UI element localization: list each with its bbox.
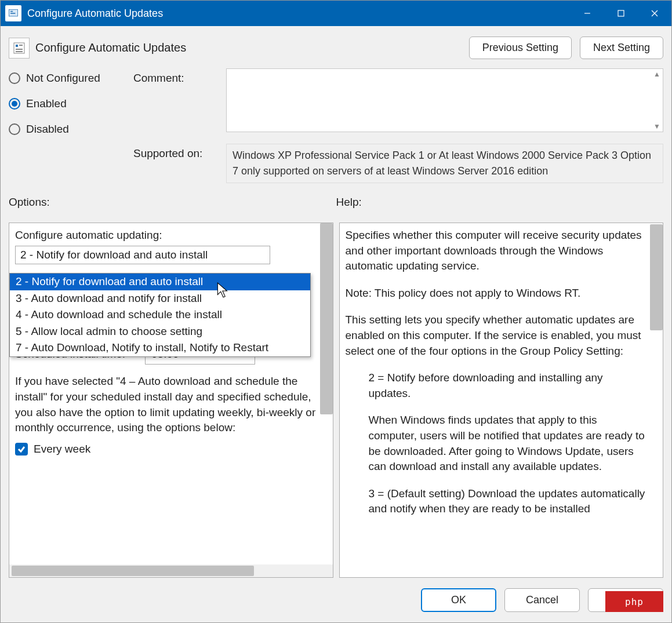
- comment-label: Comment:: [133, 68, 226, 136]
- next-setting-button[interactable]: Next Setting: [580, 37, 663, 59]
- policy-icon: [9, 38, 30, 59]
- svg-rect-1: [10, 11, 13, 12]
- dropdown-option[interactable]: 5 - Allow local admin to choose setting: [10, 323, 310, 340]
- supported-on-label: Supported on:: [133, 144, 226, 183]
- dropdown-option[interactable]: 4 - Auto download and schedule the insta…: [10, 307, 310, 323]
- help-option-2: 2 = Notify before downloading and instal…: [346, 370, 647, 401]
- svg-rect-11: [16, 51, 23, 52]
- ok-button[interactable]: OK: [421, 588, 496, 612]
- options-panel: Configure automatic updating: 2 - Notify…: [9, 223, 333, 578]
- app-icon: [5, 5, 21, 21]
- horizontal-scrollbar-thumb[interactable]: [12, 566, 254, 576]
- scroll-down-icon[interactable]: ▼: [653, 122, 660, 130]
- every-week-label: Every week: [34, 442, 90, 457]
- help-option-2-desc: When Windows finds updates that apply to…: [346, 413, 647, 474]
- watermark-badge: php: [605, 591, 663, 612]
- radio-icon: [9, 123, 20, 135]
- svg-rect-10: [16, 49, 23, 50]
- radio-icon: [9, 72, 20, 84]
- supported-on-text: Windows XP Professional Service Pack 1 o…: [226, 144, 663, 183]
- close-button[interactable]: [638, 1, 671, 26]
- radio-label: Not Configured: [26, 72, 100, 85]
- help-paragraph: Note: This policy does not apply to Wind…: [346, 286, 647, 301]
- radio-label: Enabled: [26, 97, 67, 110]
- help-option-3: 3 = (Default setting) Download the updat…: [346, 486, 647, 517]
- radio-enabled[interactable]: Enabled: [9, 97, 133, 110]
- help-paragraph: This setting lets you specify whether au…: [346, 312, 647, 359]
- page-title: Configure Automatic Updates: [35, 41, 186, 54]
- header: Configure Automatic Updates Previous Set…: [1, 26, 671, 65]
- radio-icon: [9, 98, 20, 110]
- maximize-button[interactable]: [604, 1, 638, 26]
- vertical-scrollbar[interactable]: [650, 224, 663, 330]
- checkbox-checked-icon: [15, 443, 28, 456]
- radio-disabled[interactable]: Disabled: [9, 123, 133, 136]
- dropdown-option[interactable]: 7 - Auto Download, Notify to install, No…: [10, 340, 310, 356]
- help-panel: Specifies whether this computer will rec…: [339, 223, 664, 578]
- options-section-label: Options:: [9, 196, 336, 209]
- svg-rect-9: [19, 45, 23, 46]
- state-radio-group: Not Configured Enabled Disabled: [9, 68, 133, 136]
- svg-rect-8: [16, 45, 18, 47]
- horizontal-scrollbar-track[interactable]: [9, 564, 333, 577]
- options-note-text: If you have selected "4 – Auto download …: [15, 374, 317, 435]
- svg-rect-4: [618, 10, 624, 16]
- svg-rect-2: [10, 13, 15, 14]
- configure-updating-dropdown[interactable]: 2 - Notify for download and auto install…: [9, 273, 311, 357]
- help-section-label: Help:: [336, 196, 362, 209]
- configure-updating-select[interactable]: 2 - Notify for download and auto install: [15, 246, 270, 265]
- comment-textbox[interactable]: ▲ ▼: [226, 68, 663, 132]
- previous-setting-button[interactable]: Previous Setting: [469, 37, 572, 59]
- cancel-button[interactable]: Cancel: [504, 588, 580, 612]
- radio-label: Disabled: [26, 123, 69, 136]
- radio-not-configured[interactable]: Not Configured: [9, 72, 133, 85]
- every-week-checkbox[interactable]: Every week: [15, 442, 317, 457]
- dropdown-option[interactable]: 2 - Notify for download and auto install: [10, 274, 310, 290]
- titlebar: Configure Automatic Updates: [1, 1, 671, 26]
- policy-editor-window: Configure Automatic Updates Configure Au…: [0, 0, 672, 623]
- configure-updating-label: Configure automatic updating:: [15, 228, 317, 243]
- dropdown-option[interactable]: 3 - Auto download and notify for install: [10, 290, 310, 307]
- vertical-scrollbar[interactable]: [320, 223, 333, 414]
- dialog-footer: OK Cancel Apply: [1, 578, 671, 622]
- window-title: Configure Automatic Updates: [27, 8, 163, 20]
- scroll-up-icon[interactable]: ▲: [653, 70, 660, 78]
- minimize-button[interactable]: [571, 1, 604, 26]
- help-paragraph: Specifies whether this computer will rec…: [346, 228, 647, 274]
